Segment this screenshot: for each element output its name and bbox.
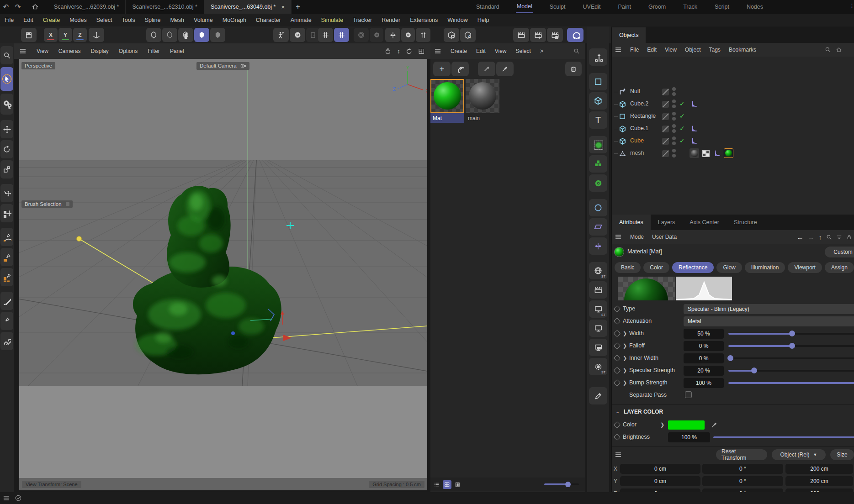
material-thumbnail-mat[interactable] [430, 79, 464, 113]
obj-menu-bookmarks[interactable]: Bookmarks [729, 47, 756, 53]
kebab-menu-icon[interactable]: ⁞ [851, 3, 853, 9]
expand-chevron-icon[interactable]: ❯ [623, 355, 627, 361]
vp-menu-view[interactable]: View [37, 48, 48, 54]
viewport-zoom-tool[interactable] [0, 46, 13, 64]
menu-animate[interactable]: Animate [291, 17, 312, 23]
layer-toggle[interactable] [662, 126, 669, 132]
polygons-mode-tool[interactable] [589, 174, 607, 192]
layout-tab-model[interactable]: Model [516, 0, 533, 13]
open-material-editor-button[interactable] [478, 62, 495, 76]
menu-mograph[interactable]: MoGraph [223, 17, 246, 23]
render-view-button[interactable] [513, 28, 529, 42]
mat-menu-edit[interactable]: Edit [476, 48, 486, 54]
menu-edit[interactable]: Edit [23, 17, 33, 23]
parent-up-icon[interactable]: ↑ [819, 233, 822, 241]
attr-menu-user-data[interactable]: User Data [652, 234, 677, 240]
keyframe-diamond-icon[interactable] [614, 379, 621, 387]
edges-mode-tool[interactable] [589, 155, 607, 173]
phong-tag[interactable] [690, 99, 699, 109]
expand-chevron-icon[interactable]: ❯ [623, 331, 627, 336]
section-tab-reflectance-active[interactable]: Reflectance [672, 262, 714, 273]
hamburger-icon[interactable] [615, 233, 622, 241]
tab-attributes[interactable]: Attributes [612, 215, 651, 230]
layout-tab-sculpt[interactable]: Sculpt [549, 1, 567, 13]
object-row-cube2[interactable]: Cube.2 ✓ [612, 98, 854, 110]
obj-menu-view[interactable]: View [665, 47, 677, 53]
material-name-mat-selected[interactable]: Mat [430, 113, 464, 123]
eyedropper-icon[interactable] [711, 421, 718, 429]
layout-tab-groom[interactable]: Groom [647, 1, 667, 13]
object-row-null[interactable]: Null [612, 86, 854, 98]
layout-tab-paint[interactable]: Paint [617, 1, 632, 13]
section-tab-assign[interactable]: Assign [825, 262, 854, 273]
character-settings-button[interactable] [290, 28, 305, 42]
dolly-icon[interactable]: ↕ [397, 47, 400, 55]
expand-chevron-icon[interactable]: ❯ [660, 422, 664, 428]
bump-strength-value-field[interactable]: 100 % [684, 378, 724, 388]
layout-tab-script[interactable]: Script [714, 1, 730, 13]
menu-render[interactable]: Render [382, 17, 400, 23]
home-button[interactable] [29, 1, 41, 13]
coordinate-mode-dropdown[interactable]: Object (Rel) ▼ [772, 449, 826, 460]
reset-transform-button[interactable]: Reset Transform [716, 449, 767, 460]
layer-toggle[interactable] [662, 101, 669, 108]
falloff-value-field[interactable]: 0 % [684, 341, 724, 351]
object-row-cube-selected[interactable]: Cube ✓ [612, 135, 854, 147]
tab-layers[interactable]: Layers [651, 215, 683, 230]
menu-character[interactable]: Character [256, 17, 281, 23]
layer-toggle[interactable] [662, 138, 669, 145]
type-dropdown[interactable]: Specular - Blinn (Legacy) [684, 304, 854, 314]
enable-check-icon[interactable]: ✓ [679, 137, 685, 144]
obj-menu-object[interactable]: Object [685, 47, 701, 53]
menu-modes[interactable]: Modes [69, 17, 87, 23]
phong-tag[interactable] [690, 124, 699, 133]
enable-check-icon[interactable]: ✓ [679, 112, 685, 120]
visibility-dots[interactable] [672, 136, 676, 145]
camera-label[interactable]: Default Camera [196, 62, 249, 70]
axis-z-lock-button[interactable]: Z [73, 28, 87, 42]
document-tab-2[interactable]: Scaniverse_...62310.obj * [126, 0, 204, 14]
menu-mesh[interactable]: Mesh [170, 17, 184, 23]
shading-mode-3-button[interactable] [178, 28, 193, 42]
section-tab-glow[interactable]: Glow [716, 262, 742, 273]
coordinate-system-button[interactable] [89, 28, 104, 42]
active-tool-label[interactable]: Brush Selection [21, 200, 73, 208]
mat-menu-create[interactable]: Create [451, 48, 467, 54]
menu-spline[interactable]: Spline [145, 17, 161, 23]
visibility-dots[interactable] [672, 87, 676, 96]
menu-select[interactable]: Select [96, 17, 112, 23]
document-tab-3-active[interactable]: Scaniverse_...63049.obj * × [204, 0, 292, 14]
layer-toggle[interactable] [662, 150, 669, 157]
material-name-main[interactable]: main [466, 113, 500, 123]
menu-volume[interactable]: Volume [194, 17, 213, 23]
visibility-dots[interactable] [672, 100, 676, 108]
hamburger-icon[interactable] [615, 451, 622, 458]
menu-help[interactable]: Help [477, 17, 489, 23]
brush-tool[interactable] [0, 292, 13, 310]
keyframe-diamond-icon[interactable] [614, 421, 621, 429]
expand-chevron-icon[interactable]: ❯ [623, 343, 627, 349]
layer-toggle[interactable] [662, 89, 669, 95]
width-slider[interactable] [728, 333, 854, 335]
make-editable-tool[interactable] [589, 48, 607, 66]
character-tool-button[interactable] [273, 28, 289, 42]
keyframe-diamond-icon[interactable] [614, 342, 621, 350]
auto-mode-button[interactable]: A [460, 28, 476, 42]
pen-dashed-tool[interactable] [0, 312, 13, 330]
menu-window[interactable]: Window [447, 17, 467, 23]
bump-strength-slider[interactable] [728, 382, 854, 384]
section-tab-color[interactable]: Color [643, 262, 669, 273]
symmetry-mode-tool[interactable] [589, 237, 607, 255]
tab-axis-center[interactable]: Axis Center [682, 215, 727, 230]
size-y-field[interactable]: 200 cm [785, 476, 853, 486]
search-icon[interactable] [826, 234, 832, 240]
brightness-slider[interactable] [713, 436, 854, 438]
pos-x-field[interactable]: 0 cm [620, 464, 700, 474]
menu-tools[interactable]: Tools [122, 17, 135, 23]
normal-align-button[interactable] [416, 28, 430, 42]
vp-menu-cameras[interactable]: Cameras [58, 48, 81, 54]
viewport-canvas[interactable]: Y X Z Perspective Default Camera Brush S… [19, 59, 427, 490]
polygon-pen-tool[interactable] [0, 248, 13, 266]
pos-y-field[interactable]: 0 cm [620, 476, 700, 486]
vp-menu-display[interactable]: Display [90, 48, 108, 54]
